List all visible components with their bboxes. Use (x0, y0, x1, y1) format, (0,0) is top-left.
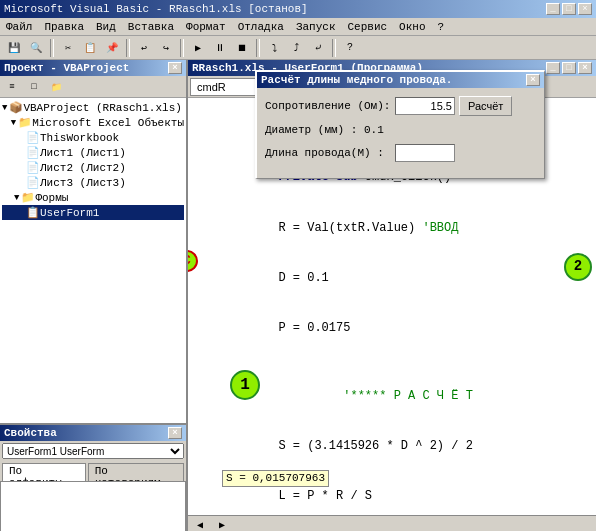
props-tabs: По алфавиту По категориям (0, 461, 186, 481)
app-window-controls[interactable]: _ □ × (546, 3, 592, 15)
length-label: Длина провода(М) : (265, 147, 395, 159)
main-toolbar: 💾 🔍 ✂ 📋 📌 ↩ ↪ ▶ ⏸ ⏹ ⤵ ⤴ ⤶ ? (0, 36, 596, 60)
tb-run[interactable]: ▶ (188, 39, 208, 57)
menu-help[interactable]: ? (436, 21, 447, 33)
menu-view[interactable]: Вид (94, 21, 118, 33)
left-panel: Проект - VBAProject × ≡ □ 📁 ▼ 📦 VBAProje… (0, 60, 188, 531)
expand-root[interactable]: ▼ (2, 103, 7, 113)
view-object-btn[interactable]: □ (24, 78, 44, 96)
project-toolbar: ≡ □ 📁 (0, 76, 186, 98)
resistance-input[interactable] (395, 97, 455, 115)
tb-step-over[interactable]: ⤴ (286, 39, 306, 57)
tb-redo[interactable]: ↪ (156, 39, 176, 57)
resistance-label: Сопротивление (Ом): (265, 100, 395, 112)
code-line-s: S = (3.1415926 * D ^ 2) / 2 (192, 421, 592, 471)
props-object-select[interactable]: UserForm1 UserForm (2, 443, 184, 459)
expand-excel[interactable]: ▼ (11, 118, 16, 128)
diameter-label: Диаметр (мм) : 0.1 (265, 124, 395, 136)
tree-excel-objects[interactable]: ▼ 📁 Microsoft Excel Объекты (2, 115, 184, 130)
tree-this-workbook[interactable]: 📄 ThisWorkbook (2, 130, 184, 145)
tb-copy[interactable]: 📋 (80, 39, 100, 57)
menu-edit[interactable]: Правка (42, 21, 86, 33)
tb-help[interactable]: ? (340, 39, 360, 57)
nav-left-btn[interactable]: ◀ (190, 516, 210, 532)
toolbar-sep4 (256, 39, 260, 57)
tree-userform1[interactable]: 📋 UserForm1 (2, 205, 184, 220)
tb-undo[interactable]: ↩ (134, 39, 154, 57)
code-min-btn[interactable]: _ (546, 62, 560, 74)
tb-btn2[interactable]: 🔍 (26, 39, 46, 57)
app-title-bar: Microsoft Visual Basic - RRasch1.xls [ос… (0, 0, 596, 18)
menu-window[interactable]: Окно (397, 21, 427, 33)
tree-sheet1[interactable]: 📄 Лист1 (Лист1) (2, 145, 184, 160)
length-input[interactable] (395, 144, 455, 162)
expand-forms[interactable]: ▼ (14, 193, 19, 203)
code-line-l: L = P * R / S S = 0,015707963 (192, 472, 592, 515)
props-title: Свойства (4, 427, 57, 439)
tb-save[interactable]: 💾 (4, 39, 24, 57)
tb-paste[interactable]: 📌 (102, 39, 122, 57)
menu-format[interactable]: Формат (184, 21, 228, 33)
props-panel-title: Свойства × (0, 425, 186, 441)
dialog-row-diameter: Диаметр (мм) : 0.1 (265, 124, 536, 136)
code-nav-bar: ◀ ▶ (188, 515, 596, 531)
code-line-blank1 (192, 354, 592, 371)
dialog-title-bar: Расчёт длины медного провода. × (257, 72, 544, 88)
toolbar-sep5 (332, 39, 336, 57)
annotation-circle-2: 2 (564, 253, 592, 281)
tree-forms-folder[interactable]: ▼ 📁 Формы (2, 190, 184, 205)
minimize-btn[interactable]: _ (546, 3, 560, 15)
code-line-5: P = 0.0175 (192, 304, 592, 354)
tree-sheet2-icon: 📄 (26, 161, 40, 174)
tb-cut[interactable]: ✂ (58, 39, 78, 57)
main-layout: Проект - VBAProject × ≡ □ 📁 ▼ 📦 VBAProje… (0, 60, 596, 531)
tree-forms-icon: 📁 (21, 191, 35, 204)
tree-root-label: VBAProject (RRasch1.xls) (23, 102, 181, 114)
menu-tools[interactable]: Сервис (345, 21, 389, 33)
project-panel-close[interactable]: × (168, 62, 182, 74)
tree-folder-icon: 📁 (18, 116, 32, 129)
calc-button[interactable]: Расчёт (459, 96, 512, 116)
toolbar-sep2 (126, 39, 130, 57)
toolbar-sep3 (180, 39, 184, 57)
code-line-4: D = 0.1 (192, 253, 592, 303)
props-tab-category[interactable]: По категориям (88, 463, 184, 481)
dialog-close-btn[interactable]: × (526, 74, 540, 86)
nav-right-btn[interactable]: ▶ (212, 516, 232, 532)
tb-stop[interactable]: ⏹ (232, 39, 252, 57)
tb-step[interactable]: ⤵ (264, 39, 284, 57)
tree-sheet1-label: Лист1 (Лист1) (40, 147, 126, 159)
tb-pause[interactable]: ⏸ (210, 39, 230, 57)
props-close-btn[interactable]: × (168, 427, 182, 439)
menu-bar: Файл Правка Вид Вставка Формат Отладка З… (0, 18, 596, 36)
tree-sheet3[interactable]: 📄 Лист3 (Лист3) (2, 175, 184, 190)
props-content (0, 481, 186, 531)
code-max-btn[interactable]: □ (562, 62, 576, 74)
dialog-content: Сопротивление (Ом): Расчёт Диаметр (мм) … (257, 88, 544, 178)
tb-step-out[interactable]: ⤶ (308, 39, 328, 57)
tree-sheet2[interactable]: 📄 Лист2 (Лист2) (2, 160, 184, 175)
toolbar-sep1 (50, 39, 54, 57)
tree-sheet-icon: 📄 (26, 131, 40, 144)
tree-excel-label: Microsoft Excel Объекты (32, 117, 184, 129)
tree-form-icon: 📋 (26, 206, 40, 219)
tree-sheet3-label: Лист3 (Лист3) (40, 177, 126, 189)
tree-root[interactable]: ▼ 📦 VBAProject (RRasch1.xls) (2, 100, 184, 115)
calc-tooltip: S = 0,015707963 (222, 470, 329, 487)
dialog-form: Расчёт длины медного провода. × Сопротив… (255, 70, 545, 179)
menu-debug[interactable]: Отладка (236, 21, 286, 33)
view-code-btn[interactable]: ≡ (2, 78, 22, 96)
toggle-folders-btn[interactable]: 📁 (46, 78, 66, 96)
menu-run[interactable]: Запуск (294, 21, 338, 33)
code-close-btn[interactable]: × (578, 62, 592, 74)
menu-insert[interactable]: Вставка (126, 21, 176, 33)
tree-forms-label: Формы (35, 192, 68, 204)
tree-sheet2-label: Лист2 (Лист2) (40, 162, 126, 174)
project-tree[interactable]: ▼ 📦 VBAProject (RRasch1.xls) ▼ 📁 Microso… (0, 98, 186, 423)
right-panel: RRasch1.xls - UserForm1 (Программа) _ □ … (188, 60, 596, 531)
menu-file[interactable]: Файл (4, 21, 34, 33)
dialog-row-resistance: Сопротивление (Ом): Расчёт (265, 96, 536, 116)
close-btn[interactable]: × (578, 3, 592, 15)
props-tab-alphabet[interactable]: По алфавиту (2, 463, 86, 481)
maximize-btn[interactable]: □ (562, 3, 576, 15)
